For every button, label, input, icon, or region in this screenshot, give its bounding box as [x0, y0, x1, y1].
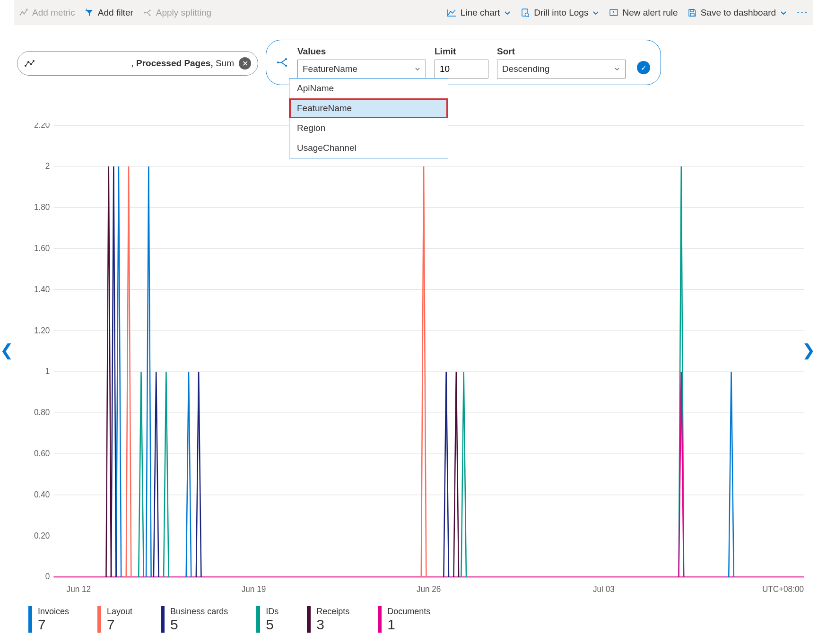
splitting-icon: [143, 8, 152, 17]
metric-text: , Processed Pages, Sum: [35, 58, 234, 69]
add-filter-label: Add filter: [98, 8, 133, 18]
legend-item[interactable]: Documents 1: [378, 606, 430, 633]
svg-rect-12: [690, 13, 694, 16]
sort-select[interactable]: Descending: [497, 60, 626, 78]
save-icon: [687, 8, 697, 17]
legend-name: IDs: [266, 607, 278, 617]
limit-label: Limit: [435, 46, 488, 57]
legend-name: Business cards: [170, 607, 228, 617]
dropdown-item[interactable]: ApiName: [289, 78, 448, 98]
legend-item[interactable]: Invoices 7: [28, 606, 69, 633]
drill-logs-button[interactable]: Drill into Logs: [521, 8, 600, 18]
dropdown-item[interactable]: UsageChannel: [289, 138, 448, 158]
legend-value: 1: [387, 617, 430, 633]
chevron-down-icon: [780, 9, 787, 17]
new-alert-button[interactable]: New alert rule: [609, 8, 678, 18]
alert-icon: [609, 8, 618, 17]
svg-point-18: [285, 58, 287, 60]
svg-point-9: [525, 13, 529, 16]
chevron-down-icon: [614, 66, 620, 72]
legend-value: 7: [38, 617, 69, 633]
svg-text:0.80: 0.80: [34, 408, 50, 417]
values-select[interactable]: FeatureName: [297, 60, 426, 78]
svg-text:1.20: 1.20: [34, 325, 50, 335]
legend-color: [256, 606, 260, 633]
legend-color: [307, 606, 311, 633]
add-metric-label: Add metric: [32, 8, 75, 18]
legend-value: 5: [266, 617, 278, 633]
metric-icon: [24, 59, 35, 68]
svg-point-2: [24, 13, 25, 14]
svg-text:1.80: 1.80: [34, 202, 50, 212]
svg-text:UTC+08:00: UTC+08:00: [762, 584, 804, 593]
svg-text:0: 0: [45, 572, 50, 581]
filter-icon: +: [85, 8, 94, 17]
save-dashboard-button[interactable]: Save to dashboard: [687, 8, 788, 18]
dropdown-item[interactable]: Region: [289, 118, 448, 138]
svg-text:2: 2: [45, 161, 50, 171]
svg-point-17: [277, 61, 279, 63]
legend-value: 5: [170, 617, 228, 633]
apply-splitting-label: Apply splitting: [156, 8, 211, 18]
line-chart-label: Line chart: [461, 8, 500, 18]
limit-input[interactable]: [435, 60, 488, 78]
legend-value: 3: [316, 617, 349, 633]
add-metric-icon: +: [19, 8, 28, 17]
svg-point-6: [149, 9, 150, 11]
svg-point-1: [22, 11, 23, 12]
legend-value: 7: [107, 617, 132, 633]
legend-color: [28, 606, 32, 633]
remove-metric-button[interactable]: ✕: [239, 57, 251, 70]
svg-text:+: +: [85, 8, 88, 13]
legend-color: [161, 606, 165, 633]
svg-text:1: 1: [45, 366, 50, 376]
legend-item[interactable]: Receipts 3: [307, 606, 349, 633]
chevron-down-icon: [592, 9, 600, 17]
svg-point-0: [20, 14, 21, 15]
values-dropdown: ApiNameFeatureNameRegionUsageChannel: [289, 78, 448, 158]
svg-point-19: [285, 65, 287, 67]
sort-label: Sort: [497, 46, 626, 57]
legend-item[interactable]: Layout 7: [97, 606, 132, 633]
metric-pill[interactable]: , Processed Pages, Sum ✕: [17, 51, 258, 76]
legend-color: [378, 606, 382, 633]
save-dashboard-label: Save to dashboard: [701, 8, 776, 18]
svg-rect-11: [690, 9, 694, 12]
confirm-split-button[interactable]: ✓: [637, 61, 650, 74]
svg-point-7: [149, 14, 150, 16]
legend-item[interactable]: IDs 5: [256, 606, 278, 633]
svg-text:0.60: 0.60: [34, 449, 50, 458]
sort-value: Descending: [502, 64, 549, 74]
legend-item[interactable]: Business cards 5: [161, 606, 228, 633]
legend-name: Invoices: [38, 607, 69, 617]
svg-text:1.40: 1.40: [34, 284, 50, 294]
split-icon: [277, 57, 289, 68]
svg-text:+: +: [26, 8, 28, 12]
legend: Invoices 7 Layout 7 Business cards 5 IDs…: [28, 606, 809, 633]
svg-text:Jun 26: Jun 26: [417, 584, 441, 593]
prev-chart-button[interactable]: ❮: [0, 340, 13, 359]
line-chart-button[interactable]: Line chart: [446, 8, 511, 18]
apply-splitting-button[interactable]: Apply splitting: [143, 8, 211, 18]
svg-text:1.60: 1.60: [34, 244, 50, 253]
chevron-down-icon: [504, 9, 511, 17]
legend-name: Layout: [107, 607, 132, 617]
values-value: FeatureName: [303, 64, 357, 74]
svg-point-5: [144, 12, 145, 13]
legend-name: Documents: [387, 607, 430, 617]
more-button[interactable]: ···: [797, 8, 809, 18]
values-label: Values: [297, 46, 426, 57]
svg-text:0.20: 0.20: [34, 531, 50, 540]
add-filter-button[interactable]: + Add filter: [85, 8, 133, 18]
add-metric-button[interactable]: + Add metric: [19, 8, 75, 18]
chart: 2.2021.801.601.401.2010.800.600.400.200J…: [27, 123, 809, 597]
legend-color: [97, 606, 101, 633]
svg-text:Jul 03: Jul 03: [593, 584, 615, 593]
svg-text:Jun 12: Jun 12: [67, 584, 91, 593]
new-alert-label: New alert rule: [622, 8, 678, 18]
drill-logs-label: Drill into Logs: [534, 8, 588, 18]
toolbar: + Add metric + Add filter Apply splittin…: [14, 0, 813, 25]
line-chart-icon: [446, 8, 457, 17]
svg-text:0.40: 0.40: [34, 490, 50, 499]
dropdown-item[interactable]: FeatureName: [289, 98, 448, 118]
